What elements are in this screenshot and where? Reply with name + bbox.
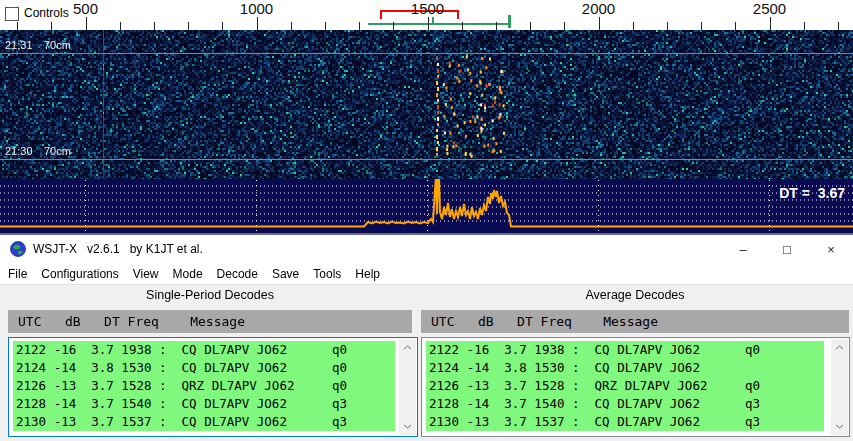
freq-label: 2000 bbox=[582, 0, 615, 17]
decodes-area: Single-Period Decodes UTC dB DT Freq Mes… bbox=[0, 285, 853, 441]
scrollbar[interactable] bbox=[831, 339, 848, 435]
controls-checkbox[interactable] bbox=[5, 7, 19, 21]
period-time-label: 21:31 bbox=[5, 39, 33, 51]
decode-row[interactable]: 2122 -16 3.7 1938 : CQ DL7APV JO62 q0 bbox=[13, 341, 395, 359]
waterfall[interactable]: 21:31 70cm 21:30 70cm bbox=[0, 30, 853, 179]
rx-freq-tick bbox=[432, 17, 434, 23]
menu-item-configurations[interactable]: Configurations bbox=[35, 265, 124, 283]
title-bar[interactable]: WSJT-X v2.6.1 by K1JT et al. – □ × bbox=[0, 235, 853, 263]
freq-tick bbox=[496, 22, 497, 30]
menu-item-help[interactable]: Help bbox=[349, 265, 386, 283]
decode-row[interactable]: 2126 -13 3.7 1528 : QRZ DL7APV JO62 q0 bbox=[13, 377, 395, 395]
freq-tick bbox=[154, 22, 155, 30]
scroll-up-icon[interactable] bbox=[831, 339, 848, 356]
window-title: WSJT-X v2.6.1 by K1JT et al. bbox=[33, 242, 203, 256]
wide-graph-window: Controls 5001000150020002500 21:31 70cm … bbox=[0, 0, 853, 233]
freq-tick bbox=[188, 22, 189, 30]
freq-tick bbox=[222, 22, 223, 30]
minimize-button[interactable]: – bbox=[721, 235, 765, 263]
scrollbar[interactable] bbox=[399, 339, 416, 435]
dt-readout: DT = 3.67 bbox=[779, 185, 845, 201]
average-decodes-table[interactable]: 2122 -16 3.7 1938 : CQ DL7APV JO62 q0212… bbox=[421, 337, 850, 437]
menu-item-file[interactable]: File bbox=[2, 265, 33, 283]
freq-tick bbox=[325, 22, 326, 30]
freq-label: 2500 bbox=[753, 0, 786, 17]
wsjtx-main-window: WSJT-X v2.6.1 by K1JT et al. – □ × FileC… bbox=[0, 233, 853, 441]
period-band-label: 70cm bbox=[44, 39, 71, 51]
freq-label: 1500 bbox=[411, 0, 444, 17]
average-decodes-caption: Average Decodes bbox=[421, 288, 849, 302]
wsjtx-globe-icon bbox=[10, 241, 26, 257]
freq-tick bbox=[17, 22, 18, 30]
spectrum-svg bbox=[0, 179, 853, 233]
freq-tick bbox=[667, 22, 668, 30]
scroll-up-icon[interactable] bbox=[399, 339, 416, 356]
freq-tick bbox=[393, 22, 394, 30]
decode-row[interactable]: 2130 -13 3.7 1537 : CQ DL7APV JO62 q3 bbox=[426, 413, 824, 431]
freq-tick bbox=[120, 22, 121, 30]
menu-item-decode[interactable]: Decode bbox=[211, 265, 264, 283]
period-time-label: 21:30 bbox=[5, 145, 33, 157]
freq-tick bbox=[51, 22, 52, 30]
decode-rows: 2122 -16 3.7 1938 : CQ DL7APV JO62 q0212… bbox=[13, 341, 395, 431]
spectrum-graph[interactable]: DT = 3.67 bbox=[0, 179, 853, 233]
freq-tick bbox=[838, 22, 839, 30]
single-period-decodes-header: UTC dB DT Freq Message bbox=[8, 310, 412, 333]
freq-tick bbox=[86, 17, 87, 30]
period-band-label: 70cm bbox=[44, 145, 71, 157]
freq-tick bbox=[770, 17, 771, 30]
freq-tick bbox=[257, 17, 258, 30]
freq-label: 500 bbox=[73, 0, 98, 17]
freq-tick bbox=[462, 22, 463, 30]
waterfall-canvas[interactable] bbox=[0, 30, 853, 179]
rx-freq-marker[interactable] bbox=[368, 23, 510, 25]
freq-tick bbox=[701, 22, 702, 30]
controls-label: Controls bbox=[24, 6, 69, 20]
frequency-scale: Controls 5001000150020002500 bbox=[0, 0, 853, 30]
freq-tick bbox=[599, 17, 600, 30]
decode-row[interactable]: 2126 -13 3.7 1528 : QRZ DL7APV JO62 q0 bbox=[426, 377, 824, 395]
spectrum-trace bbox=[0, 179, 853, 227]
decode-row[interactable]: 2128 -14 3.7 1540 : CQ DL7APV JO62 q3 bbox=[426, 395, 824, 413]
menu-item-tools[interactable]: Tools bbox=[307, 265, 347, 283]
freq-tick bbox=[291, 22, 292, 30]
scroll-down-icon[interactable] bbox=[399, 418, 416, 435]
single-period-decodes-caption: Single-Period Decodes bbox=[8, 288, 412, 302]
freq-tick bbox=[359, 22, 360, 30]
close-button[interactable]: × bbox=[809, 235, 853, 263]
decode-row[interactable]: 2122 -16 3.7 1938 : CQ DL7APV JO62 q0 bbox=[426, 341, 824, 359]
menu-item-save[interactable]: Save bbox=[266, 265, 305, 283]
average-decodes-header: UTC dB DT Freq Message bbox=[421, 310, 849, 333]
freq-tick bbox=[633, 22, 634, 30]
freq-tick bbox=[428, 17, 429, 30]
freq-tick bbox=[735, 22, 736, 30]
freq-tick bbox=[564, 22, 565, 30]
freq-tick bbox=[804, 22, 805, 30]
rx-freq-cap bbox=[508, 15, 511, 28]
maximize-button[interactable]: □ bbox=[765, 235, 809, 263]
decode-row[interactable]: 2124 -14 3.8 1530 : CQ DL7APV JO62 bbox=[426, 359, 824, 377]
freq-label: 1000 bbox=[240, 0, 273, 17]
single-period-decodes-table[interactable]: 2122 -16 3.7 1938 : CQ DL7APV JO62 q0212… bbox=[8, 337, 418, 437]
freq-tick bbox=[530, 22, 531, 30]
menu-bar: FileConfigurationsViewModeDecodeSaveTool… bbox=[0, 263, 853, 285]
menu-item-mode[interactable]: Mode bbox=[167, 265, 209, 283]
decode-rows: 2122 -16 3.7 1938 : CQ DL7APV JO62 q0212… bbox=[426, 341, 824, 431]
decode-row[interactable]: 2130 -13 3.7 1537 : CQ DL7APV JO62 q3 bbox=[13, 413, 395, 431]
menu-item-view[interactable]: View bbox=[127, 265, 165, 283]
scroll-down-icon[interactable] bbox=[831, 418, 848, 435]
decode-row[interactable]: 2124 -14 3.8 1530 : CQ DL7APV JO62 q0 bbox=[13, 359, 395, 377]
decode-row[interactable]: 2128 -14 3.7 1540 : CQ DL7APV JO62 q3 bbox=[13, 395, 395, 413]
